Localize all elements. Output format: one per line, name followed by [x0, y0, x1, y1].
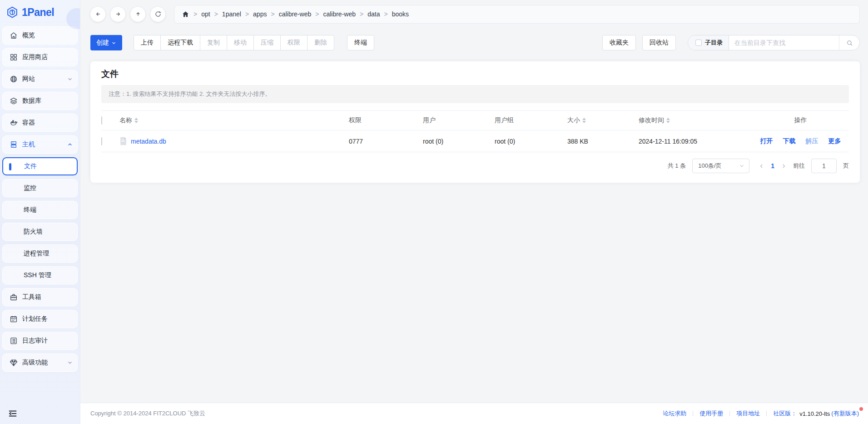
open-action[interactable]: 打开: [760, 137, 773, 145]
select-all-checkbox[interactable]: [101, 116, 102, 125]
goto-page-input[interactable]: [811, 159, 837, 173]
1panel-logo-icon: [6, 6, 19, 19]
breadcrumb-segment[interactable]: calibre-web: [323, 10, 356, 18]
sidebar-subitem-firewall[interactable]: 防火墙: [2, 223, 78, 241]
upload-button[interactable]: 上传: [134, 35, 161, 50]
sidebar-subitem-ssh[interactable]: SSH 管理: [2, 266, 78, 284]
sidebar-subitem-terminal[interactable]: 终端: [2, 201, 78, 219]
refresh-icon: [154, 10, 162, 18]
breadcrumb-segment[interactable]: books: [392, 10, 409, 18]
row-checkbox[interactable]: [101, 137, 102, 145]
search-button[interactable]: [839, 35, 859, 50]
page-unit-label: 页: [843, 162, 849, 170]
subdirectory-checkbox[interactable]: [695, 40, 702, 46]
sidebar-item-logs[interactable]: 日志审计: [2, 332, 78, 350]
sidebar-item-label: 计划任务: [22, 315, 48, 323]
file-user: root (0): [423, 138, 495, 145]
chevron-down-icon: [111, 40, 116, 45]
collapse-menu-icon: [8, 409, 18, 419]
breadcrumb-segment[interactable]: data: [367, 10, 380, 18]
breadcrumb-separator: >: [214, 10, 218, 18]
recycle-bin-button[interactable]: 回收站: [642, 35, 676, 50]
breadcrumb-separator: >: [315, 10, 319, 18]
sort-by-modified[interactable]: 修改时间: [639, 116, 670, 125]
sidebar-item-database[interactable]: 数据库: [2, 92, 78, 110]
sidebar-item-toolbox[interactable]: 工具箱: [2, 288, 78, 306]
breadcrumb-segment[interactable]: opt: [201, 10, 210, 18]
sidebar-item-advanced[interactable]: 高级功能: [2, 354, 78, 372]
file-mode: 0777: [349, 138, 423, 145]
arrow-right-icon: [114, 10, 122, 18]
compress-button: 压缩: [253, 35, 281, 50]
sidebar-subitem-process[interactable]: 进程管理: [2, 244, 78, 263]
footer: Copyright © 2014-2024 FIT2CLOUD 飞致云 论坛求助…: [80, 403, 868, 424]
breadcrumb-segment[interactable]: apps: [253, 10, 267, 18]
sidebar-collapse-button[interactable]: [0, 403, 80, 424]
sidebar: 1Panel 概览 应用商店 网站: [0, 0, 80, 424]
sidebar-item-label: 工具箱: [22, 293, 41, 301]
divider: [693, 411, 693, 416]
file-name-link[interactable]: metadata.db: [131, 138, 166, 145]
home-icon[interactable]: [182, 10, 189, 18]
gem-icon: [10, 359, 18, 367]
more-action[interactable]: 更多: [828, 137, 841, 145]
search-input[interactable]: [729, 35, 839, 50]
sidebar-item-label: SSH 管理: [24, 271, 51, 279]
project-link[interactable]: 项目地址: [736, 409, 760, 418]
sidebar-item-label: 主机: [22, 140, 35, 149]
manual-link[interactable]: 使用手册: [699, 409, 723, 418]
create-button[interactable]: 创建: [90, 35, 122, 50]
remote-download-button[interactable]: 远程下载: [160, 35, 200, 50]
version-text: v1.10.20-lts: [799, 410, 830, 417]
sidebar-item-label: 进程管理: [24, 249, 49, 258]
sidebar-item-label: 网站: [22, 75, 35, 83]
app-logo[interactable]: 1Panel: [0, 0, 80, 25]
up-directory-button[interactable]: [130, 7, 145, 22]
sort-by-size[interactable]: 大小: [567, 116, 586, 125]
sidebar-item-container[interactable]: 容器: [2, 114, 78, 132]
chevron-down-icon: [67, 76, 73, 82]
footer-links: 论坛求助 使用手册 项目地址 社区版： v1.10.20-lts (有新版本): [663, 409, 859, 418]
back-button[interactable]: [90, 7, 105, 22]
new-version-link[interactable]: (有新版本): [831, 409, 859, 418]
edition-label[interactable]: 社区版：: [773, 409, 797, 418]
files-panel: 文件 注意：1. 搜索结果不支持排序功能 2. 文件夹无法按大小排序。 名称 权…: [90, 61, 860, 183]
sidebar-menu: 概览 应用商店 网站 数据库 容器: [0, 25, 80, 403]
breadcrumb-separator: >: [384, 10, 387, 18]
breadcrumb-segment[interactable]: 1panel: [222, 10, 241, 18]
forward-button[interactable]: [110, 7, 125, 22]
refresh-button[interactable]: [150, 7, 165, 22]
sidebar-item-host[interactable]: 主机: [2, 135, 78, 154]
page-size-select[interactable]: 100条/页: [692, 159, 749, 173]
calendar-icon: [10, 315, 18, 323]
page-number-current[interactable]: 1: [771, 162, 774, 170]
pager: 1: [759, 162, 787, 170]
home-icon: [10, 31, 18, 40]
forum-help-link[interactable]: 论坛求助: [663, 409, 686, 418]
sidebar-item-app-store[interactable]: 应用商店: [2, 48, 78, 66]
sidebar-subitem-files[interactable]: 文件: [2, 157, 78, 175]
sidebar-item-label: 日志审计: [22, 337, 48, 345]
terminal-button[interactable]: 终端: [347, 35, 374, 50]
divider: [729, 411, 730, 416]
row-actions: 打开 下载 解压 更多: [752, 137, 849, 145]
sidebar-item-label: 容器: [22, 119, 35, 127]
copyright-text: Copyright © 2014-2024 FIT2CLOUD 飞致云: [90, 409, 205, 418]
sidebar-item-overview[interactable]: 概览: [2, 26, 78, 45]
chevron-right-icon: [781, 163, 787, 169]
subdirectory-toggle[interactable]: 子目录: [688, 35, 729, 50]
download-action[interactable]: 下载: [783, 137, 796, 145]
sidebar-item-cronjob[interactable]: 计划任务: [2, 310, 78, 328]
favorites-button[interactable]: 收藏夹: [602, 35, 636, 50]
page-title: 文件: [101, 69, 849, 80]
sidebar-item-label: 数据库: [22, 97, 41, 105]
file-modified-time: 2024-12-11 16:09:05: [639, 138, 752, 145]
column-header-mode: 权限: [349, 116, 423, 125]
sort-by-name[interactable]: 名称: [119, 116, 138, 125]
arrow-left-icon: [94, 10, 102, 18]
column-header-group: 用户组: [495, 116, 567, 125]
sidebar-item-label: 文件: [24, 162, 37, 170]
sidebar-item-website[interactable]: 网站: [2, 70, 78, 88]
sidebar-subitem-monitor[interactable]: 监控: [2, 179, 78, 197]
breadcrumb-segment[interactable]: calibre-web: [279, 10, 312, 18]
